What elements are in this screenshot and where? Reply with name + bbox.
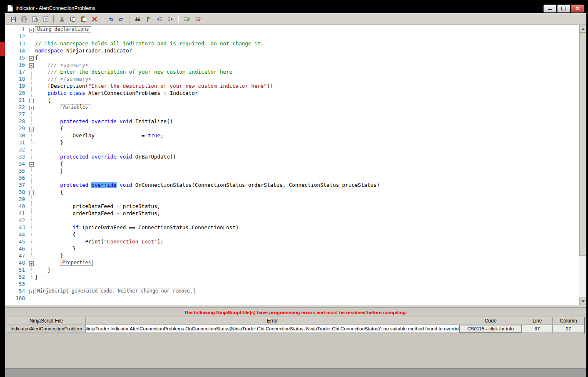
code-text[interactable]: Using declarations xyxy=(35,26,91,33)
error-row[interactable]: Indicator\AlertConnectionProblem 'NinjaT… xyxy=(7,325,584,333)
print-button[interactable] xyxy=(19,15,29,24)
code-text[interactable]: { xyxy=(35,231,76,238)
code-text[interactable]: Overlay = true; xyxy=(35,132,164,139)
fold-collapse-icon[interactable]: − xyxy=(28,97,35,104)
comment-button[interactable] xyxy=(182,15,191,24)
code-line[interactable]: 18 /// </summary> xyxy=(5,75,579,82)
code-line[interactable]: 20 public class AlertConnectionProblems … xyxy=(5,89,579,97)
fold-expand-icon[interactable]: + xyxy=(28,26,35,33)
code-line[interactable]: 43 if (priceDataFeed == ConnectionStatus… xyxy=(5,224,579,231)
code-line[interactable]: 12 xyxy=(5,33,579,40)
code-text[interactable]: { xyxy=(35,97,51,104)
help-button[interactable]: ? xyxy=(41,15,50,24)
code-text[interactable]: protected override void Initialize() xyxy=(35,118,173,125)
code-line[interactable]: 39 xyxy=(5,196,579,203)
code-line[interactable]: 17 /// Enter the description of your new… xyxy=(5,68,579,75)
code-text[interactable]: namespace NinjaTrader.Indicator xyxy=(35,47,132,54)
fold-collapse-icon[interactable]: − xyxy=(28,61,35,68)
code-text[interactable]: } xyxy=(35,266,51,273)
bookmark-button[interactable] xyxy=(144,15,153,24)
code-line[interactable]: 22+ Variables xyxy=(5,104,579,111)
code-line[interactable]: 30 Overlay = true; xyxy=(5,132,579,139)
column-header-code[interactable]: Code xyxy=(459,317,522,325)
code-line[interactable]: 38− { xyxy=(5,188,579,196)
code-text[interactable]: [Description("Enter the description of y… xyxy=(35,82,273,89)
copy-button[interactable] xyxy=(68,15,77,24)
code-text[interactable]: Properties xyxy=(35,259,93,266)
code-line[interactable]: 16− /// <summary> xyxy=(5,61,579,68)
scroll-up-button[interactable] xyxy=(579,25,586,32)
code-line[interactable]: 21− { xyxy=(5,97,579,104)
code-line[interactable]: 44 { xyxy=(5,231,579,238)
fold-expand-icon[interactable]: + xyxy=(28,104,35,111)
code-line[interactable]: 1+Using declarations xyxy=(5,26,579,33)
minimize-button[interactable] xyxy=(543,5,556,12)
code-line[interactable]: 53 xyxy=(5,280,579,288)
delete-button[interactable] xyxy=(90,15,99,24)
column-header-file[interactable]: NinjaScript File xyxy=(7,317,86,325)
code-line[interactable]: 36 xyxy=(5,174,579,181)
code-line[interactable]: 32 xyxy=(5,146,579,153)
scroll-down-button[interactable] xyxy=(579,298,586,305)
code-text[interactable]: protected override void OnConnectionStat… xyxy=(35,181,380,188)
code-editor[interactable]: 1+Using declarations1213// This namespac… xyxy=(5,25,586,305)
code-line[interactable]: 42 xyxy=(5,217,579,224)
code-line[interactable]: 14namespace NinjaTrader.Indicator xyxy=(5,47,579,54)
fold-collapse-icon[interactable]: − xyxy=(28,160,35,167)
code-text[interactable]: { xyxy=(35,160,63,167)
code-line[interactable]: 28 protected override void Initialize() xyxy=(5,118,579,125)
uncomment-button[interactable] xyxy=(192,15,202,24)
code-text[interactable]: /// </summary> xyxy=(35,75,91,82)
code-text[interactable]: } xyxy=(35,245,76,252)
fold-expand-icon[interactable]: + xyxy=(28,259,35,266)
code-line[interactable]: 41 orderDataFeed = orderStatus; xyxy=(5,210,579,217)
code-line[interactable]: 15−{ xyxy=(5,54,579,61)
code-text[interactable]: { xyxy=(35,125,63,132)
close-button[interactable] xyxy=(571,5,584,12)
code-text[interactable]: orderDataFeed = orderStatus; xyxy=(35,210,160,217)
code-text[interactable]: Print("Connection Lost"); xyxy=(35,238,164,245)
code-line[interactable]: 47 } xyxy=(5,252,579,259)
code-line[interactable]: 34− { xyxy=(5,160,579,167)
code-text[interactable]: if (priceDataFeed == ConnectionStatus.Co… xyxy=(35,224,239,231)
paste-button[interactable] xyxy=(79,15,88,24)
scrollbar-thumb[interactable] xyxy=(579,32,586,256)
cut-button[interactable] xyxy=(57,15,67,24)
code-text[interactable]: public class AlertConnectionProblems : I… xyxy=(35,89,198,97)
undo-button[interactable] xyxy=(106,15,115,24)
code-line[interactable]: 48+ Properties xyxy=(5,259,579,266)
code-text[interactable]: NinjaScript generated code. Neither chan… xyxy=(35,288,195,295)
code-text[interactable]: Variables xyxy=(35,104,90,111)
code-line[interactable]: 45 Print("Connection Lost"); xyxy=(5,238,579,245)
code-line[interactable]: 46 } xyxy=(5,245,579,252)
fold-collapse-icon[interactable]: − xyxy=(28,188,35,196)
fold-collapse-icon[interactable]: − xyxy=(28,125,35,132)
print-preview-button[interactable] xyxy=(30,15,40,24)
code-line[interactable]: 40 priceDataFeed = priceStatus; xyxy=(5,203,579,210)
fold-expand-icon[interactable]: + xyxy=(28,288,35,295)
code-text[interactable]: priceDataFeed = priceStatus; xyxy=(35,203,160,210)
code-text[interactable]: } xyxy=(35,252,63,259)
column-header-line[interactable]: Line xyxy=(522,317,553,325)
save-button[interactable] xyxy=(8,15,18,24)
code-text[interactable]: // This namespace holds all indicators a… xyxy=(35,40,264,47)
column-header-error[interactable]: Error xyxy=(86,317,459,325)
vertical-scrollbar[interactable] xyxy=(579,25,586,305)
code-line[interactable]: 33 protected override void OnBarUpdate() xyxy=(5,153,579,160)
panel-splitter[interactable] xyxy=(5,305,586,308)
outdent-button[interactable] xyxy=(154,15,164,24)
code-line[interactable]: 19 [Description("Enter the description o… xyxy=(5,82,579,89)
code-line[interactable]: 35 } xyxy=(5,167,579,174)
find-button[interactable] xyxy=(133,15,142,24)
code-line[interactable]: 13// This namespace holds all indicators… xyxy=(5,40,579,47)
code-line[interactable]: 168 xyxy=(5,295,579,302)
code-text[interactable]: /// Enter the description of your new cu… xyxy=(35,68,232,75)
code-line[interactable]: 31 } xyxy=(5,139,579,146)
code-text[interactable]: } xyxy=(35,167,63,174)
column-header-column[interactable]: Column xyxy=(553,317,584,325)
code-text[interactable]: { xyxy=(35,54,38,61)
code-text[interactable]: /// <summary> xyxy=(35,61,88,68)
code-line[interactable]: 51 } xyxy=(5,266,579,273)
title-bar[interactable]: Indicator - AlertConnectionProblems xyxy=(5,3,586,13)
redo-button[interactable] xyxy=(117,15,126,24)
